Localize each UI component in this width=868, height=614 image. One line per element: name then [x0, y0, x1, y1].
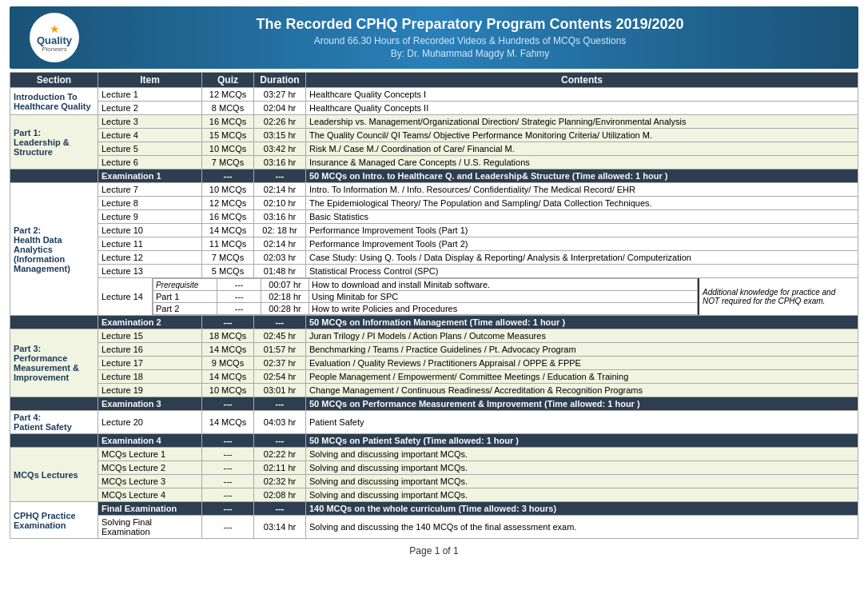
duration-cell: 03:16 hr — [254, 156, 306, 169]
contents-cell: Juran Trilogy / PI Models / Action Plans… — [306, 329, 858, 343]
contents-cell: 50 MCQs on Intro. to Healthcare Q. and L… — [306, 169, 858, 183]
quiz-cell: 12 MCQs — [202, 197, 254, 210]
item-cell: Lecture 13 — [98, 265, 202, 278]
contents-cell: Performance Improvement Tools (Part 1) — [306, 224, 858, 237]
quiz-cell: 15 MCQs — [202, 129, 254, 142]
quiz-cell: 14 MCQs — [202, 411, 254, 434]
section-cell: Part 3:PerformanceMeasurement &Improveme… — [10, 329, 98, 397]
lecture14-part-contents: How to write Policies and Procedures — [309, 303, 698, 315]
lecture14-part-quiz: --- — [217, 303, 261, 315]
item-cell: Lecture 4 — [98, 129, 202, 142]
contents-cell: Solving and discussing the 140 MCQs of t… — [306, 516, 858, 539]
quiz-cell: --- — [202, 434, 254, 448]
contents-cell: Performance Improvement Tools (Part 2) — [306, 237, 858, 251]
item-cell: Lecture 9 — [98, 210, 202, 224]
item-cell: Examination 1 — [98, 169, 202, 183]
duration-cell: 02:22 hr — [254, 448, 306, 461]
contents-cell: Intro. To Information M. / Info. Resourc… — [306, 183, 858, 197]
contents-cell: Healthcare Quality Concepts I — [306, 88, 858, 102]
quiz-cell: --- — [202, 448, 254, 461]
contents-cell: The Quality Council/ QI Teams/ Objective… — [306, 129, 858, 142]
quiz-cell: 12 MCQs — [202, 88, 254, 102]
duration-cell: 02:37 hr — [254, 357, 306, 370]
duration-cell: 02:45 hr — [254, 329, 306, 343]
duration-cell: 02:04 hr — [254, 102, 306, 115]
contents-cell: 50 MCQs on Information Management (Time … — [306, 316, 858, 329]
header-author: By: Dr. Muhammad Magdy M. Fahmy — [94, 48, 846, 59]
lecture14-part-label: Prerequisite — [153, 279, 217, 291]
quiz-cell: 9 MCQs — [202, 357, 254, 370]
contents-cell: Solving and discussing important MCQs. — [306, 488, 858, 502]
contents-cell: Insurance & Managed Care Concepts / U.S.… — [306, 156, 858, 169]
item-cell: Lecture 8 — [98, 197, 202, 210]
header-title: The Recorded CPHQ Preparatory Program Co… — [94, 16, 846, 33]
duration-cell: 02:03 hr — [254, 251, 306, 265]
lecture14-note: Additional knowledge for practice and NO… — [698, 278, 858, 315]
section-cell: Part 2:Health DataAnalytics(InformationM… — [10, 183, 98, 316]
section-cell: Part 4:Patient Safety — [10, 411, 98, 434]
item-cell: Lecture 15 — [98, 329, 202, 343]
contents-cell: Risk M./ Case M./ Coordination of Care/ … — [306, 142, 858, 156]
contents-cell: Solving and discussing important MCQs. — [306, 475, 858, 488]
contents-cell: Change Management / Continuous Readiness… — [306, 384, 858, 397]
quiz-cell: 16 MCQs — [202, 210, 254, 224]
col-header-item: Item — [98, 73, 202, 88]
duration-cell: --- — [254, 434, 306, 448]
contents-cell: Case Study: Using Q. Tools / Data Displa… — [306, 251, 858, 265]
col-header-section: Section — [10, 73, 98, 88]
header-text-block: The Recorded CPHQ Preparatory Program Co… — [94, 16, 846, 59]
item-cell: Solving Final Examination — [98, 516, 202, 539]
quiz-cell: 16 MCQs — [202, 115, 254, 129]
duration-cell: 01:48 hr — [254, 265, 306, 278]
duration-cell: 03:27 hr — [254, 88, 306, 102]
col-header-duration: Duration — [254, 73, 306, 88]
header-subtitle: Around 66.30 Hours of Recorded Videos & … — [94, 35, 846, 46]
lecture14-part-label: Part 1 — [153, 291, 217, 303]
contents-cell: Statistical Process Control (SPC) — [306, 265, 858, 278]
section-cell: Introduction ToHealthcare Quality — [10, 88, 98, 115]
quiz-cell: --- — [202, 516, 254, 539]
item-cell: Lecture 19 — [98, 384, 202, 397]
duration-cell: 01:57 hr — [254, 343, 306, 357]
duration-cell: 02:32 hr — [254, 475, 306, 488]
item-cell: Lecture 16 — [98, 343, 202, 357]
lecture14-part-contents: Using Minitab for SPC — [309, 291, 698, 303]
lecture14-part-duration: 00:28 hr — [261, 303, 309, 315]
duration-cell: --- — [254, 316, 306, 329]
quiz-cell: 10 MCQs — [202, 183, 254, 197]
quiz-cell: 14 MCQs — [202, 370, 254, 384]
duration-cell: 03:16 hr — [254, 210, 306, 224]
quiz-cell: 7 MCQs — [202, 251, 254, 265]
contents-cell: Basic Statistics — [306, 210, 858, 224]
page-header: ★ Quality Pioneers The Recorded CPHQ Pre… — [10, 6, 858, 69]
exam-section-cell — [10, 169, 98, 183]
logo-star-icon: ★ — [50, 22, 60, 35]
lecture14-part-quiz: --- — [217, 291, 261, 303]
item-cell: MCQs Lecture 1 — [98, 448, 202, 461]
quiz-cell: 11 MCQs — [202, 237, 254, 251]
lecture14-label: Lecture 14 — [98, 278, 153, 315]
quiz-cell: --- — [202, 316, 254, 329]
quiz-cell: 7 MCQs — [202, 156, 254, 169]
item-cell: Lecture 17 — [98, 357, 202, 370]
section-cell: MCQs Lectures — [10, 448, 98, 502]
page-footer: Page 1 of 1 — [10, 539, 858, 560]
lecture14-part-quiz: --- — [217, 279, 261, 291]
item-cell: Final Examination — [98, 502, 202, 516]
exam-section-cell — [10, 434, 98, 448]
quiz-cell: --- — [202, 475, 254, 488]
contents-cell: Benchmarking / Teams / Practice Guidelin… — [306, 343, 858, 357]
contents-cell: 140 MCQs on the whole curriculum (Time a… — [306, 502, 858, 516]
item-cell: Lecture 7 — [98, 183, 202, 197]
quiz-cell: 10 MCQs — [202, 384, 254, 397]
item-cell: MCQs Lecture 3 — [98, 475, 202, 488]
quiz-cell: 14 MCQs — [202, 224, 254, 237]
item-cell: Examination 3 — [98, 397, 202, 411]
content-table: Section Item Quiz Duration Contents Intr… — [10, 72, 858, 539]
quiz-cell: --- — [202, 502, 254, 516]
contents-cell: 50 MCQs on Performance Measurement & Imp… — [306, 397, 858, 411]
item-cell: Lecture 1 — [98, 88, 202, 102]
duration-cell: 03:15 hr — [254, 129, 306, 142]
contents-cell: 50 MCQs on Patient Safety (Time allowed:… — [306, 434, 858, 448]
quiz-cell: 8 MCQs — [202, 102, 254, 115]
